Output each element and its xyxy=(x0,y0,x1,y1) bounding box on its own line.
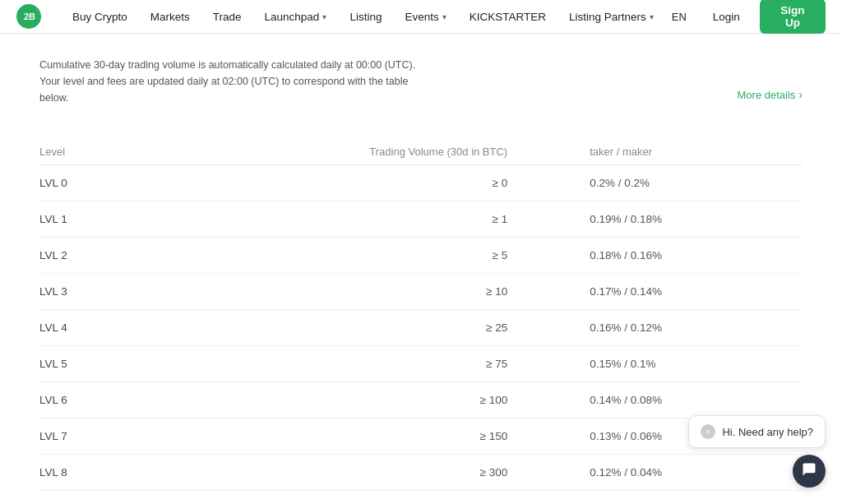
table-row: LVL 2 ≥ 5 0.18% / 0.16% xyxy=(39,238,803,274)
more-details-arrow-icon: › xyxy=(798,88,803,101)
cell-fees: 0.15% / 0.1% xyxy=(557,346,803,382)
cell-level: LVL 2 xyxy=(39,238,119,274)
col-header-fees: taker / maker xyxy=(557,139,803,165)
notice-text: Cumulative 30-day trading volume is auto… xyxy=(39,57,418,106)
cell-level: LVL 0 xyxy=(39,165,119,201)
nav-item-listing-partners[interactable]: Listing Partners ▾ xyxy=(557,0,665,34)
cell-fees: 0.16% / 0.12% xyxy=(557,310,803,346)
logo[interactable]: 2B xyxy=(16,4,44,29)
nav-item-launchpad[interactable]: Launchpad ▾ xyxy=(253,0,339,34)
nav-item-events[interactable]: Events ▾ xyxy=(393,0,457,34)
cell-volume: ≥ 10 xyxy=(119,274,557,310)
nav-right: EN Login Sign Up xyxy=(665,0,826,34)
cell-level: LVL 8 xyxy=(39,455,119,491)
chat-icon xyxy=(801,461,817,482)
cell-level: LVL 4 xyxy=(39,310,119,346)
nav-item-buy-crypto[interactable]: Buy Crypto xyxy=(61,0,139,34)
cell-level: LVL 3 xyxy=(39,274,119,310)
cell-volume: ≥ 100 xyxy=(119,382,557,418)
navbar: 2B Buy Crypto Markets Trade Launchpad ▾ … xyxy=(0,0,842,34)
cell-fees: 0.18% / 0.16% xyxy=(557,238,803,274)
chat-button[interactable] xyxy=(793,455,826,488)
signup-button[interactable]: Sign Up xyxy=(760,0,826,34)
cell-fees: 0.2% / 0.2% xyxy=(557,165,803,201)
cell-level: LVL 1 xyxy=(39,201,119,238)
table-row: LVL 5 ≥ 75 0.15% / 0.1% xyxy=(39,346,803,382)
cell-level: LVL 9 xyxy=(39,491,119,505)
cell-fees: 0.17% / 0.14% xyxy=(557,274,803,310)
cell-level: LVL 6 xyxy=(39,382,119,418)
cell-volume: ≥ 150 xyxy=(119,418,557,455)
close-icon[interactable]: × xyxy=(701,424,715,439)
col-header-level: Level xyxy=(39,139,119,165)
launchpad-chevron-icon: ▾ xyxy=(322,12,326,21)
cell-level: LVL 7 xyxy=(39,418,119,455)
cell-fees: 0.11% / 0.02% xyxy=(557,491,803,505)
svg-text:2B: 2B xyxy=(24,12,35,21)
table-row: LVL 0 ≥ 0 0.2% / 0.2% xyxy=(39,165,803,201)
notice-row: Cumulative 30-day trading volume is auto… xyxy=(39,57,803,129)
chat-bubble-text: Hi. Need any help? xyxy=(722,426,813,438)
logo-icon: 2B xyxy=(16,4,41,29)
more-details-link[interactable]: More details › xyxy=(738,88,803,101)
cell-fees: 0.19% / 0.18% xyxy=(557,201,803,238)
cell-fees: 0.14% / 0.08% xyxy=(557,382,803,418)
cell-level: LVL 5 xyxy=(39,346,119,382)
nav-item-trade[interactable]: Trade xyxy=(201,0,253,34)
chat-widget: × Hi. Need any help? xyxy=(688,415,826,488)
table-row: LVL 6 ≥ 100 0.14% / 0.08% xyxy=(39,382,803,418)
table-row: LVL 4 ≥ 25 0.16% / 0.12% xyxy=(39,310,803,346)
cell-volume: ≥ 450 xyxy=(119,491,557,505)
nav-item-kickstarter[interactable]: KICKSTARTER xyxy=(458,0,557,34)
table-row: LVL 9 ≥ 450 0.11% / 0.02% xyxy=(39,491,803,505)
cell-volume: ≥ 300 xyxy=(119,455,557,491)
table-header: Level Trading Volume (30d in BTC) taker … xyxy=(39,139,803,165)
login-button[interactable]: Login xyxy=(701,7,752,27)
cell-volume: ≥ 0 xyxy=(119,165,557,201)
events-chevron-icon: ▾ xyxy=(442,12,446,21)
cell-volume: ≥ 25 xyxy=(119,310,557,346)
table-row: LVL 3 ≥ 10 0.17% / 0.14% xyxy=(39,274,803,310)
table-row: LVL 1 ≥ 1 0.19% / 0.18% xyxy=(39,201,803,238)
nav-links: Buy Crypto Markets Trade Launchpad ▾ Lis… xyxy=(61,0,665,34)
chat-bubble: × Hi. Need any help? xyxy=(688,415,826,448)
cell-volume: ≥ 75 xyxy=(119,346,557,382)
cell-volume: ≥ 1 xyxy=(119,201,557,238)
nav-item-listing[interactable]: Listing xyxy=(338,0,393,34)
listing-partners-chevron-icon: ▾ xyxy=(650,12,654,21)
cell-volume: ≥ 5 xyxy=(119,238,557,274)
col-header-volume: Trading Volume (30d in BTC) xyxy=(119,139,557,165)
nav-item-markets[interactable]: Markets xyxy=(139,0,201,34)
language-button[interactable]: EN xyxy=(665,7,693,26)
